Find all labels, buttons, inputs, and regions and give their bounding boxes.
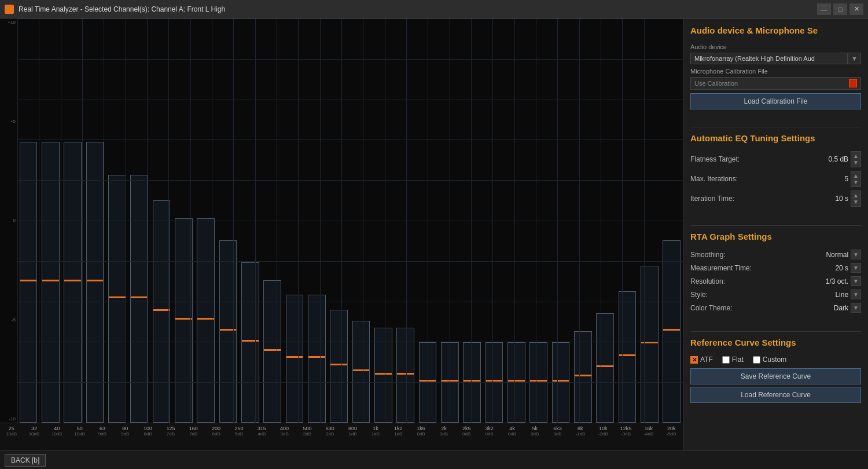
bar-outer xyxy=(619,291,637,423)
device-row: Mikrofonarray (Realtek High Definition A… xyxy=(690,53,861,64)
audio-device-section: Audio device & Microphone Se Audio devic… xyxy=(690,25,861,112)
bar-inner xyxy=(153,309,170,311)
bar-inner xyxy=(353,369,370,371)
bar-outer xyxy=(352,321,370,423)
x-axis-label: 1607dB xyxy=(182,426,205,437)
bar-outer xyxy=(241,262,259,423)
flat-label: Flat xyxy=(732,356,744,364)
load-reference-curve-button[interactable]: Load Reference Curve xyxy=(690,387,861,403)
resolution-arrow[interactable]: ▼ xyxy=(851,276,861,286)
x-axis-label: 1k1dB xyxy=(364,426,387,437)
x-axis-label: 6k30dB xyxy=(546,426,569,437)
color-theme-value: Dark xyxy=(834,304,848,312)
atf-check-icon: ✕ xyxy=(690,356,698,364)
rta-title: RTA Graph Settings xyxy=(690,232,861,244)
bar-inner xyxy=(575,375,591,376)
flatness-arrow[interactable]: ▲▼ xyxy=(851,151,861,167)
x-axis-label: 5k0dB xyxy=(524,426,546,437)
x-axis-label: 1k60dB xyxy=(410,426,432,437)
bar-inner xyxy=(286,356,303,358)
iter-time-value: 10 s xyxy=(835,195,848,203)
bar-inner xyxy=(42,280,59,281)
x-axis-label: 4010dB xyxy=(46,426,68,437)
x-axis-label: 2k0dB xyxy=(432,426,455,437)
style-arrow[interactable]: ▼ xyxy=(851,290,861,299)
eq-title: Automatic EQ Tuning Settings xyxy=(690,133,861,145)
x-axis-label: 2k50dB xyxy=(455,426,478,437)
flatness-value: 0,5 dB xyxy=(828,155,848,163)
bar-outer xyxy=(286,295,304,423)
smoothing-arrow[interactable]: ▼ xyxy=(851,250,861,259)
x-axis-label: 6302dB xyxy=(319,426,341,437)
title-bar-controls: — □ ✕ xyxy=(817,3,863,15)
close-button[interactable]: ✕ xyxy=(849,3,863,15)
bar-inner xyxy=(508,380,525,382)
x-axis-label: 12k5-3dB xyxy=(615,426,637,437)
resolution-label: Resolution: xyxy=(690,277,725,285)
x-axis-label: 20k-5dB xyxy=(660,426,683,437)
x-axis-label: 10k-2dB xyxy=(592,426,615,437)
x-axis-label: 1k21dB xyxy=(387,426,410,437)
bar-outer xyxy=(596,313,614,423)
x-axis-label: 3210dB xyxy=(23,426,45,437)
bar-outer xyxy=(219,240,237,423)
custom-checkbox[interactable] xyxy=(753,356,760,364)
app-icon xyxy=(5,5,14,14)
max-iter-value: 5 xyxy=(844,175,848,183)
bar-inner xyxy=(397,373,414,375)
meas-time-arrow[interactable]: ▼ xyxy=(851,263,861,273)
bar-inner xyxy=(87,280,104,281)
audio-device-title: Audio device & Microphone Se xyxy=(690,25,861,38)
checkbox-row: ✕ ATF Flat Custom xyxy=(690,356,861,364)
smoothing-value: Normal xyxy=(826,251,848,259)
bar-inner xyxy=(375,373,392,375)
style-value: Line xyxy=(835,291,848,299)
bar-inner xyxy=(619,354,636,356)
right-panel: Audio device & Microphone Se Audio devic… xyxy=(683,19,868,450)
x-axis-label: 5003dB xyxy=(296,426,318,437)
db-tick: 0 xyxy=(0,218,17,223)
iter-time-arrow[interactable]: ▲▼ xyxy=(851,190,861,207)
save-reference-curve-button[interactable]: Save Reference Curve xyxy=(690,368,861,384)
main-content: +10+50-5-10 2510dB3210dB4010dB5010dB639d… xyxy=(0,19,868,450)
x-axis-label: 2510dB xyxy=(0,426,23,437)
bar-inner xyxy=(308,356,325,358)
flat-checkbox-item[interactable]: Flat xyxy=(722,356,744,364)
load-calibration-button[interactable]: Load Calibration File xyxy=(690,93,861,109)
bar-outer xyxy=(574,331,592,423)
atf-checkbox-item[interactable]: ✕ ATF xyxy=(690,356,713,364)
device-dropdown-arrow[interactable]: ▼ xyxy=(848,53,861,64)
back-button[interactable]: BACK [b] xyxy=(5,454,46,467)
use-calibration-row: Use Calibration xyxy=(690,77,861,90)
bar-outer xyxy=(308,295,326,423)
flatness-label: Flatness Target: xyxy=(690,155,740,163)
ref-curve-title: Reference Curve Settings xyxy=(690,338,861,350)
cal-indicator xyxy=(849,79,857,87)
x-axis-label: 1257dB xyxy=(159,426,182,437)
custom-checkbox-item[interactable]: Custom xyxy=(753,356,786,364)
maximize-button[interactable]: □ xyxy=(833,3,847,15)
x-axis-label: 809dB xyxy=(114,426,137,437)
bar-inner xyxy=(131,296,148,298)
resolution-value: 1/3 oct. xyxy=(826,277,848,285)
max-iter-arrow[interactable]: ▲▼ xyxy=(851,171,861,187)
ref-curve-section: Reference Curve Settings ✕ ATF Flat Cust… xyxy=(690,338,861,405)
color-theme-arrow[interactable]: ▼ xyxy=(851,303,861,313)
smoothing-row: Smoothing: Normal ▼ xyxy=(690,250,861,259)
flat-checkbox[interactable] xyxy=(722,356,730,364)
bottom-bar: BACK [b] xyxy=(0,450,868,469)
x-axis-label: 3154dB xyxy=(251,426,273,437)
bar-inner xyxy=(330,364,347,365)
x-axis-label: 4003dB xyxy=(273,426,296,437)
max-iter-label: Max. Iterations: xyxy=(690,175,738,183)
atf-label: ATF xyxy=(700,356,713,364)
color-theme-label: Color Theme: xyxy=(690,304,732,312)
rta-settings-section: RTA Graph Settings Smoothing: Normal ▼ M… xyxy=(690,232,861,316)
bar-outer xyxy=(86,142,104,423)
iter-time-label: Iteration Time: xyxy=(690,195,734,203)
graph-area: +10+50-5-10 2510dB3210dB4010dB5010dB639d… xyxy=(0,19,683,450)
x-axis-label: 2505dB xyxy=(227,426,250,437)
minimize-button[interactable]: — xyxy=(817,3,831,15)
style-row: Style: Line ▼ xyxy=(690,290,861,299)
device-value: Mikrofonarray (Realtek High Definition A… xyxy=(690,53,848,64)
